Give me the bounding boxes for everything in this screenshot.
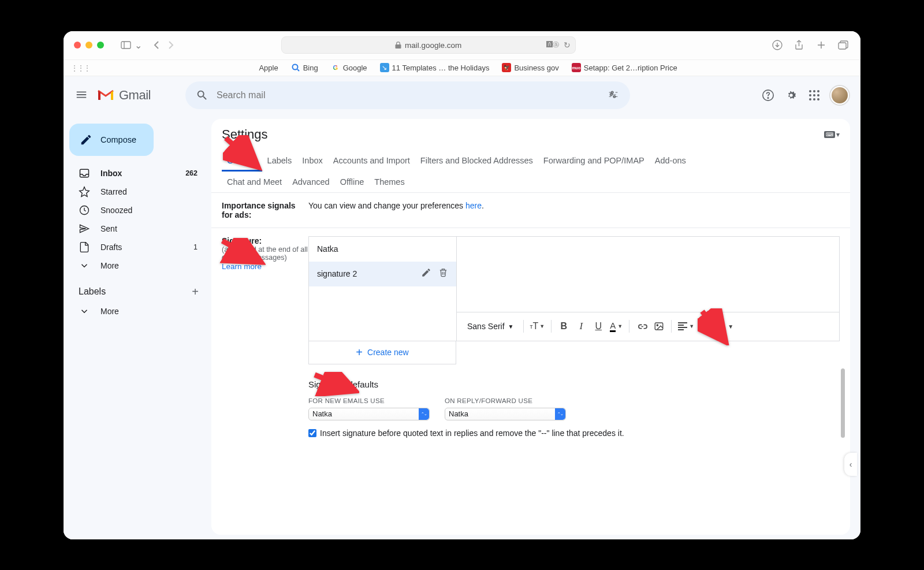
file-icon [79, 241, 90, 253]
more-formatting-icon[interactable]: ▼ [723, 318, 738, 335]
bookmark-templates[interactable]: ↘11 Templates … the Holidays [380, 63, 490, 72]
new-emails-select[interactable]: Natka [308, 408, 430, 420]
nav-sent[interactable]: Sent [64, 219, 204, 238]
svg-text:3: 3 [701, 327, 703, 330]
reply-forward-label: ON REPLY/FORWARD USE [445, 397, 566, 404]
maximize-window[interactable] [97, 42, 104, 49]
downloads-icon[interactable] [770, 38, 784, 52]
importance-text: You can view and change your preferences… [308, 201, 840, 219]
settings-icon[interactable] [784, 88, 798, 102]
dropdown-icon[interactable]: ⌄ [134, 38, 142, 52]
font-family-select[interactable]: Sans Serif ▼ [463, 322, 519, 331]
scrollbar-thumb[interactable] [841, 368, 845, 438]
svg-rect-27 [678, 329, 684, 330]
gmail-logo[interactable]: Gmail [97, 88, 151, 103]
nav-inbox[interactable]: Inbox 262 [64, 164, 204, 182]
defaults-title: Signature defaults [308, 379, 840, 389]
svg-rect-24 [678, 322, 687, 323]
svg-rect-25 [678, 325, 684, 326]
back-button[interactable] [149, 38, 163, 52]
apps-icon[interactable] [807, 88, 821, 102]
chevron-down-icon [79, 260, 90, 271]
list-icon[interactable]: 123 [698, 318, 713, 335]
signature-list: Natka signature 2 [308, 236, 456, 341]
svg-rect-3 [839, 43, 846, 49]
align-icon[interactable]: ▼ [676, 318, 696, 335]
search-input[interactable] [217, 90, 599, 100]
tab-forwarding[interactable]: Forwarding and POP/IMAP [538, 150, 650, 172]
underline-icon[interactable]: U [591, 318, 606, 335]
text-color-icon[interactable]: A▼ [608, 318, 624, 335]
svg-point-10 [767, 97, 768, 98]
tab-advanced[interactable]: Advanced [287, 172, 335, 192]
font-size-icon[interactable]: тT▼ [528, 318, 547, 335]
input-tools-icon[interactable]: ⌨ ▾ [824, 131, 840, 139]
settings-tabs: General Labels Inbox Accounts and Import… [211, 148, 850, 193]
nav-starred[interactable]: Starred [64, 182, 204, 201]
svg-point-19 [817, 98, 819, 100]
tab-offline[interactable]: Offline [335, 172, 370, 192]
importance-link[interactable]: here [465, 201, 482, 210]
tab-labels[interactable]: Labels [262, 150, 297, 172]
side-panel-toggle[interactable]: ‹ [844, 453, 857, 476]
insert-image-icon[interactable] [651, 318, 666, 335]
svg-point-23 [657, 325, 658, 326]
signature-subtext: (appended at the end of all outgoing mes… [222, 245, 308, 262]
tabs-icon[interactable] [836, 38, 850, 52]
signature-label: Signature: [222, 236, 308, 245]
link-icon[interactable] [634, 318, 649, 335]
reply-forward-select[interactable]: Natka [445, 408, 566, 420]
address-bar[interactable]: mail.google.com 🅰ⓐ ↻ [281, 36, 576, 54]
edit-signature-icon[interactable] [421, 267, 431, 280]
signature-learn-more[interactable]: Learn more [222, 262, 262, 271]
delete-signature-icon[interactable] [438, 267, 448, 280]
nav-more[interactable]: More [64, 256, 204, 275]
forward-button[interactable] [164, 38, 178, 52]
svg-line-5 [297, 69, 299, 71]
support-icon[interactable] [761, 88, 775, 102]
tab-general[interactable]: General [222, 150, 262, 172]
translate-icon[interactable]: 🅰ⓐ [546, 40, 559, 50]
svg-point-11 [809, 90, 811, 92]
minimize-window[interactable] [85, 42, 92, 49]
account-avatar[interactable] [830, 86, 849, 105]
svg-rect-31 [704, 326, 711, 327]
bookmark-bing[interactable]: Bing [291, 63, 318, 72]
window-controls [74, 42, 104, 49]
create-new-signature[interactable]: + Create new [308, 341, 456, 364]
bookmark-google[interactable]: GGoogle [331, 63, 367, 72]
nav-snoozed[interactable]: Snoozed [64, 201, 204, 219]
sidebar-toggle-icon[interactable] [119, 38, 133, 52]
tab-accounts[interactable]: Accounts and Import [328, 150, 415, 172]
signature-item-1[interactable]: signature 2 [309, 262, 456, 286]
insert-before-quoted-checkbox[interactable] [308, 429, 316, 437]
signature-textarea[interactable] [457, 237, 839, 312]
signature-toolbar: Sans Serif ▼ тT▼ B I U A▼ [457, 312, 839, 341]
nav-drafts[interactable]: Drafts 1 [64, 238, 204, 256]
signature-item-0[interactable]: Natka [309, 237, 456, 262]
tab-addons[interactable]: Add-ons [650, 150, 691, 172]
compose-button[interactable]: Compose [69, 124, 154, 156]
new-tab-icon[interactable] [814, 38, 828, 52]
chevron-down-icon [79, 306, 90, 317]
add-label-icon[interactable]: + [192, 285, 199, 299]
tab-chat[interactable]: Chat and Meet [222, 172, 287, 192]
italic-icon[interactable]: I [573, 318, 588, 335]
row-importance: Importance signals for ads: You can view… [211, 193, 850, 228]
bookmark-apple[interactable]: Apple [247, 63, 278, 72]
tab-filters[interactable]: Filters and Blocked Addresses [415, 150, 538, 172]
search-options-icon[interactable] [607, 89, 620, 102]
tab-inbox[interactable]: Inbox [297, 150, 327, 172]
reload-icon[interactable]: ↻ [564, 40, 571, 50]
bookmark-setapp[interactable]: muoSetapp: Get 2…ription Price [572, 63, 677, 72]
bookmark-business[interactable]: 🦅Business gov [502, 63, 558, 72]
main-menu-icon[interactable] [75, 88, 89, 102]
tab-themes[interactable]: Themes [369, 172, 409, 192]
labels-more[interactable]: More [64, 302, 204, 321]
url-text: mail.google.com [405, 41, 461, 50]
search-bar[interactable] [185, 81, 630, 109]
bold-icon[interactable]: B [556, 318, 571, 335]
share-icon[interactable] [792, 38, 806, 52]
close-window[interactable] [74, 42, 81, 49]
row-signature: Signature: (appended at the end of all o… [211, 228, 850, 446]
